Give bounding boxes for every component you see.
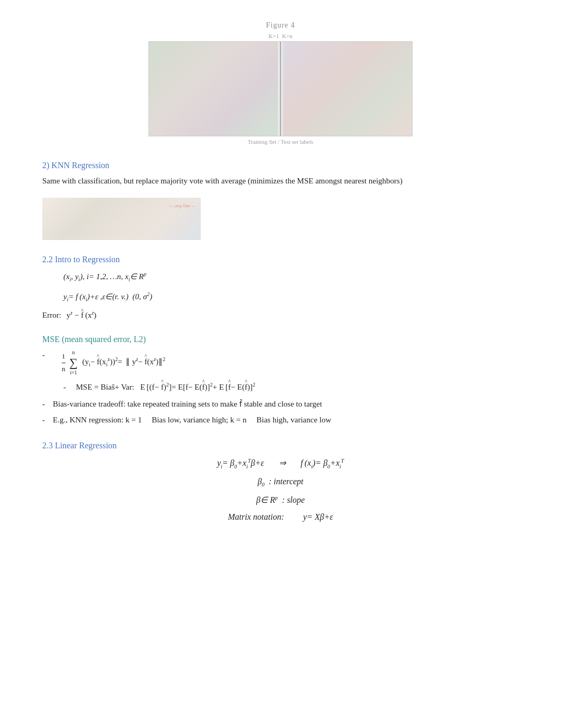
section-knn-heading: 2) KNN Regression: [42, 161, 519, 170]
xz-mse: z: [154, 356, 156, 362]
mse-formula-line: - 1 n n ∑ i=1 (yi− f(xiz))2= ∥ yz− f(xz)…: [42, 348, 519, 377]
small-figure: — avg line —: [42, 198, 201, 240]
beta-line: β∈ Rp : slope: [42, 495, 519, 505]
figure-subtitle-right: K=n: [282, 33, 293, 39]
mse-bias-var-content: MSE = Biaŝ+ Var: E [(f− f)2]= E[f− E(f)…: [74, 380, 519, 394]
knn-paragraph: Same with classification, but replace ma…: [42, 174, 519, 187]
beta0-lr2: 0: [328, 464, 330, 469]
section-linear-heading: 2.3 Linear Regression: [42, 441, 519, 450]
yz-sup: z: [70, 310, 72, 316]
figure-images: [148, 41, 413, 136]
figure-title: Figure 4: [266, 21, 295, 30]
error-label: Error:: [42, 311, 61, 320]
yi-sub: i: [79, 277, 80, 282]
xi-lr3: i: [340, 464, 341, 469]
figure-subtitle-left: K=1: [268, 33, 279, 39]
xi-sub3: i: [86, 297, 87, 302]
error-line: Error: yz − f (xz): [42, 310, 519, 320]
xi-mse-z: z: [107, 356, 109, 362]
intro-formula1-text: (xi, yi), i= 1,2, …n, xi∈ Rp: [63, 272, 146, 281]
xi-mse: i: [106, 362, 108, 367]
f-hat-mse: f: [97, 355, 99, 368]
xz-sup: z: [92, 310, 94, 316]
yi-mse: i: [89, 362, 90, 367]
dash3: -: [42, 398, 53, 410]
error-formula: yz − f (xz): [67, 310, 97, 320]
linear-formula1: yi= β0+xiTβ+ε ⇒ f (xi)= β0+xiT: [42, 458, 519, 469]
frac-den: n: [62, 363, 66, 375]
sq3: 2: [166, 382, 169, 388]
sq5: 2: [253, 382, 255, 388]
dash2: -: [63, 380, 74, 394]
figure-caption: Training Set / Test set labels: [248, 139, 313, 145]
xi-sub2: i: [128, 277, 130, 282]
f-hat-mse2: f: [145, 355, 147, 368]
xi-lr2: i: [311, 464, 313, 469]
xi-sub: i: [70, 277, 71, 282]
small-figure-container: — avg line —: [42, 198, 519, 240]
dash4: -: [42, 413, 53, 426]
f-hat-e: f: [245, 380, 247, 394]
mse-bias-var-line: - MSE = Biaŝ+ Var: E [(f− f)2]= E[f− E(…: [63, 380, 519, 394]
matrix-formula: y= Xβ+ε: [303, 512, 333, 521]
rp-sup: p: [144, 271, 146, 277]
bias-var-tradeoff-line: - Bias-variance tradeoff: take repeated …: [42, 398, 519, 410]
section-mse-heading: MSE (mean squared error, L2): [42, 335, 519, 344]
sigma-notation: n ∑ i=1: [69, 348, 78, 377]
xi-lr: i: [246, 464, 248, 469]
small-figure-overlay: — avg line —: [170, 203, 195, 208]
sigma-symbol: ∑: [69, 357, 78, 368]
yz-mse: z: [136, 356, 138, 362]
beta0-lr: 0: [235, 464, 237, 469]
knn-example-content: E.g., KNN regression: k = 1 Bias low, va…: [53, 413, 519, 426]
mse-sum-formula: 1 n n ∑ i=1 (yi− f(xiz))2= ∥ yz− f(xz)∥2: [53, 348, 519, 377]
dash1: -: [42, 348, 53, 361]
f-hat-c: f: [202, 380, 205, 394]
figure-area: Figure 4 K=1 K=n Training Set / Test set…: [42, 21, 519, 145]
f-hat-d: f: [228, 380, 231, 394]
figure-divider: [280, 42, 281, 136]
sq2: 2: [163, 356, 165, 362]
knn-example-line: - E.g., KNN regression: k = 1 Bias low, …: [42, 413, 519, 426]
T-lr2: T: [341, 458, 344, 464]
sigma-lower: i=1: [70, 368, 77, 377]
section-intro-heading: 2.2 Intro to Regression: [42, 255, 519, 264]
bias-var-tradeoff-content: Bias-variance tradeoff: take repeated tr…: [53, 398, 519, 410]
intro-formula1: (xi, yi), i= 1,2, …n, xi∈ Rp: [63, 270, 519, 284]
f-hat-b: f: [161, 380, 164, 394]
sq4: 2: [210, 382, 213, 388]
yi-sub3: i: [67, 297, 69, 302]
matrix-notation-line: Matrix notation: y= Xβ+ε: [42, 512, 519, 522]
Rp-beta: p: [275, 495, 278, 501]
f-hat: f: [81, 311, 83, 320]
figure-image-left: [149, 42, 278, 136]
frac-num: 1: [62, 351, 66, 363]
sigma2-sup: 2: [147, 291, 149, 297]
beta0-line: β0 : intercept: [42, 477, 519, 487]
intro-formula2: yi= f (xi)+ε ,ε∈(r. v.) (0, σ2): [63, 290, 519, 305]
T-lr: T: [248, 458, 251, 464]
sq1: 2: [115, 356, 118, 362]
beta0-sym: 0: [262, 482, 265, 487]
yi-lr: i: [221, 464, 222, 469]
frac-1-n: 1 n: [62, 351, 66, 375]
figure-image-right: [283, 42, 412, 136]
matrix-label: Matrix notation:: [228, 512, 301, 521]
intro-formula2-text: yi= f (xi)+ε ,ε∈(r. v.) (0, σ2): [63, 292, 152, 301]
